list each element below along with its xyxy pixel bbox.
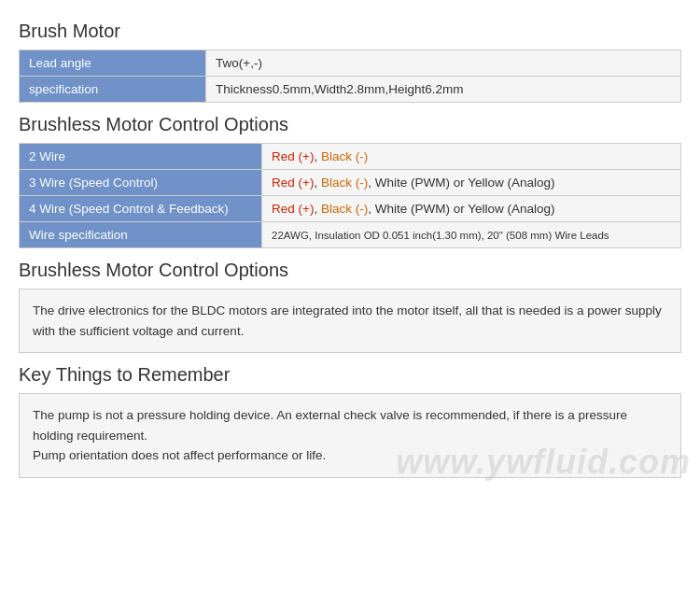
brush-motor-table: Lead angle Two(+,-) specification Thickn… [19, 49, 681, 103]
label-2wire: 2 Wire [20, 144, 262, 170]
wire-spec-text: 22AWG, Insulation OD 0.051 inch(1.30 mm)… [272, 230, 609, 241]
brushless-options-title-1: Brushless Motor Control Options [19, 114, 681, 135]
table-row: Lead angle Two(+,-) [20, 50, 681, 77]
black-minus-4: Black (-) [321, 202, 368, 216]
value-specification: Thickness0.5mm,Width2.8mm,Height6.2mm [206, 77, 681, 103]
label-4wire: 4 Wire (Speed Control & Feedback) [20, 196, 262, 222]
key-things-title: Key Things to Remember [19, 364, 681, 386]
red-plus-3: Red (+) [272, 176, 314, 190]
red-plus-4: Red (+) [272, 202, 314, 216]
key-things-box: The pump is not a pressure holding devic… [19, 393, 681, 478]
brushless-description: The drive electronics for the BLDC motor… [19, 289, 681, 353]
page-container: Brush Motor Lead angle Two(+,-) specific… [0, 0, 700, 500]
value-2wire: Red (+), Black (-) [262, 144, 681, 170]
key-things-line-1: The pump is not a pressure holding devic… [33, 408, 627, 443]
value-lead-angle: Two(+,-) [206, 50, 681, 77]
key-things-line-2: Pump orientation does not affect perform… [33, 448, 326, 462]
table-row: 3 Wire (Speed Control) Red (+), Black (-… [20, 170, 681, 196]
table-row: 2 Wire Red (+), Black (-) [20, 144, 681, 170]
label-wire-spec: Wire specification [20, 222, 262, 248]
black-minus-3: Black (-) [321, 176, 368, 190]
value-wire-spec: 22AWG, Insulation OD 0.051 inch(1.30 mm)… [262, 222, 681, 248]
brushless-description-text: The drive electronics for the BLDC motor… [33, 303, 662, 338]
brush-motor-title: Brush Motor [19, 21, 681, 42]
table-row: Wire specification 22AWG, Insulation OD … [20, 222, 681, 248]
label-specification: specification [20, 77, 206, 103]
value-4wire: Red (+), Black (-), White (PWM) or Yello… [262, 196, 681, 222]
brushless-options-title-2: Brushless Motor Control Options [19, 260, 681, 281]
value-3wire: Red (+), Black (-), White (PWM) or Yello… [262, 170, 681, 196]
table-row: 4 Wire (Speed Control & Feedback) Red (+… [20, 196, 681, 222]
label-3wire: 3 Wire (Speed Control) [20, 170, 262, 196]
red-plus: Red (+) [272, 149, 314, 163]
table-row: specification Thickness0.5mm,Width2.8mm,… [20, 77, 681, 103]
black-minus: Black (-) [321, 149, 368, 163]
brushless-options-table-1: 2 Wire Red (+), Black (-) 3 Wire (Speed … [19, 143, 681, 248]
label-lead-angle: Lead angle [20, 50, 206, 77]
